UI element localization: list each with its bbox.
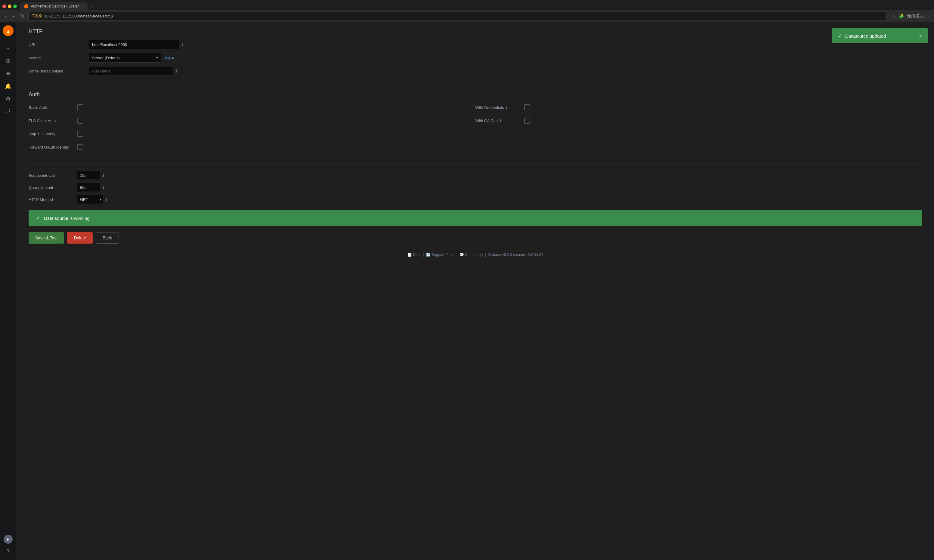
auth-col-left: Basic Auth TLS Client Auth Skip TLS Veri… (29, 103, 475, 155)
scrape-interval-input[interactable] (77, 171, 101, 180)
address-bar: ‹ › ↻ 不安全 10.211.55.111:3000/datasources… (0, 10, 934, 22)
url-control (89, 40, 922, 49)
url-row: URL (29, 39, 922, 50)
url-box[interactable]: 不安全 10.211.55.111:3000/datasources/edit/… (28, 12, 886, 20)
back-nav-button[interactable]: ‹ (3, 13, 8, 20)
main-content: ✓ Datasource updated × HTTP URL Access (17, 22, 934, 560)
cookies-input[interactable] (89, 66, 173, 76)
query-timeout-input[interactable] (77, 183, 101, 192)
sidebar-item-dashboards[interactable]: ⊞ (3, 55, 14, 66)
footer: 📄 Docs | 🔄 Support Plans | 💬 Community |… (29, 252, 922, 263)
extensions-button[interactable]: 🧩 (899, 14, 904, 18)
skip-tls-row: Skip TLS Verify (29, 129, 475, 138)
add-icon: + (7, 45, 10, 52)
footer-support[interactable]: 🔄 Support Plans (426, 252, 455, 257)
scrape-interval-info-icon[interactable] (103, 173, 104, 178)
tab-bar: Prometheus: Settings - Grafan × + (0, 0, 934, 10)
prometheus-section: Scrape interval Query timeout HTTP Metho… (29, 171, 922, 204)
browser-actions: ☆ 🧩 无痕模式 ⋮ (892, 14, 931, 19)
footer-community[interactable]: 💬 Community (459, 252, 483, 257)
auth-section: Auth Basic Auth TLS Client Auth Skip TLS… (29, 91, 922, 155)
forward-oauth-checkbox[interactable] (77, 144, 83, 150)
tls-client-auth-row: TLS Client Auth (29, 116, 475, 125)
forward-nav-button[interactable]: › (11, 13, 15, 20)
help-chevron-icon: ▸ (173, 55, 174, 60)
forward-oauth-row: Forward OAuth Identity (29, 142, 475, 152)
url-label: URL (29, 42, 89, 47)
traffic-lights (2, 5, 17, 8)
sidebar-bottom: H ? (3, 535, 14, 558)
logo-icon: 🔥 (5, 28, 11, 34)
minimize-button[interactable] (8, 5, 11, 8)
sidebar-item-shield[interactable]: 🛡 (3, 106, 14, 117)
avatar[interactable]: H (4, 535, 12, 544)
save-test-button[interactable]: Save & Test (29, 232, 64, 244)
tls-client-auth-checkbox[interactable] (77, 118, 83, 124)
toast-close-button[interactable]: × (919, 33, 922, 38)
browser-chrome: Prometheus: Settings - Grafan × + ‹ › ↻ … (0, 0, 934, 22)
whitelisted-cookies-label: Whitelisted Cookies (29, 69, 89, 73)
security-warning: 不安全 (32, 14, 42, 18)
access-label: Access (29, 55, 89, 60)
skip-tls-checkbox[interactable] (77, 131, 83, 137)
with-ca-cert-info-icon[interactable] (499, 118, 501, 123)
sidebar-item-alerting[interactable]: 🔔 (3, 81, 14, 92)
sidebar-item-help[interactable]: ? (3, 546, 14, 557)
url-input[interactable] (89, 40, 179, 49)
active-tab[interactable]: Prometheus: Settings - Grafan × (20, 2, 88, 10)
tab-close-icon[interactable]: × (82, 5, 84, 8)
explore-icon: ✳ (6, 70, 11, 77)
with-credentials-label: With Credentials (475, 105, 521, 110)
http-section-title: HTTP (29, 28, 922, 35)
footer-version: Grafana v6.2.0 (commit: 5d16da7) (488, 252, 543, 257)
sidebar: 🔥 + ⊞ ✳ 🔔 ⚙ 🛡 H ? (0, 22, 17, 560)
auth-col-right: With Credentials With CA Cert (475, 103, 922, 155)
star-button[interactable]: ☆ (892, 14, 896, 18)
http-method-row: HTTP Method GET POST ▼ (29, 195, 922, 204)
bell-icon: 🔔 (5, 83, 11, 90)
url-text: 10.211.55.111:3000/datasources/edit/1/ (44, 14, 113, 18)
query-timeout-row: Query timeout (29, 183, 922, 192)
access-select-wrap: Server (Default) Browser ▼ (89, 53, 161, 63)
delete-button[interactable]: Delete (67, 232, 92, 244)
footer-docs[interactable]: 📄 Docs (407, 252, 421, 257)
forward-oauth-label: Forward OAuth Identity (29, 145, 74, 149)
http-method-select-wrap: GET POST ▼ (77, 195, 104, 204)
reload-button[interactable]: ↻ (18, 12, 26, 20)
url-info-icon[interactable] (182, 42, 183, 47)
close-button[interactable] (2, 5, 6, 8)
sidebar-item-add[interactable]: + (3, 43, 14, 54)
query-timeout-info-icon[interactable] (103, 185, 104, 190)
cookies-control (89, 66, 922, 76)
sidebar-item-explore[interactable]: ✳ (3, 68, 14, 79)
with-ca-cert-checkbox[interactable] (524, 118, 530, 124)
with-credentials-checkbox[interactable] (524, 105, 530, 110)
tab-favicon (24, 4, 28, 8)
basic-auth-row: Basic Auth (29, 103, 475, 112)
http-section: HTTP URL Access Server (Default) Browser (29, 28, 922, 76)
back-button[interactable]: Back (96, 232, 119, 244)
basic-auth-label: Basic Auth (29, 105, 74, 110)
basic-auth-checkbox[interactable] (77, 105, 83, 110)
cookies-info-icon[interactable] (176, 69, 177, 73)
menu-button[interactable]: ⋮ (927, 14, 931, 18)
status-message: Data source is working (44, 215, 90, 221)
status-check-icon: ✓ (36, 215, 40, 222)
grafana-logo[interactable]: 🔥 (3, 25, 14, 36)
query-timeout-label: Query timeout (29, 185, 77, 190)
new-tab-button[interactable]: + (89, 3, 96, 10)
http-method-select[interactable]: GET POST (77, 195, 104, 204)
sidebar-item-settings[interactable]: ⚙ (3, 94, 14, 105)
help-link[interactable]: Help ▸ (163, 55, 174, 60)
action-buttons: Save & Test Delete Back (29, 232, 922, 244)
with-credentials-info-icon[interactable] (506, 105, 507, 110)
maximize-button[interactable] (13, 5, 17, 8)
http-method-info-icon[interactable] (106, 197, 107, 202)
help-icon: ? (7, 548, 10, 555)
auth-section-title: Auth (29, 91, 922, 98)
app-layout: 🔥 + ⊞ ✳ 🔔 ⚙ 🛡 H ? ✓ Datas (0, 22, 934, 560)
dashboard-icon: ⊞ (6, 58, 11, 65)
shield-icon: 🛡 (5, 109, 11, 115)
http-method-label: HTTP Method (29, 197, 77, 202)
access-select[interactable]: Server (Default) Browser (89, 53, 161, 63)
